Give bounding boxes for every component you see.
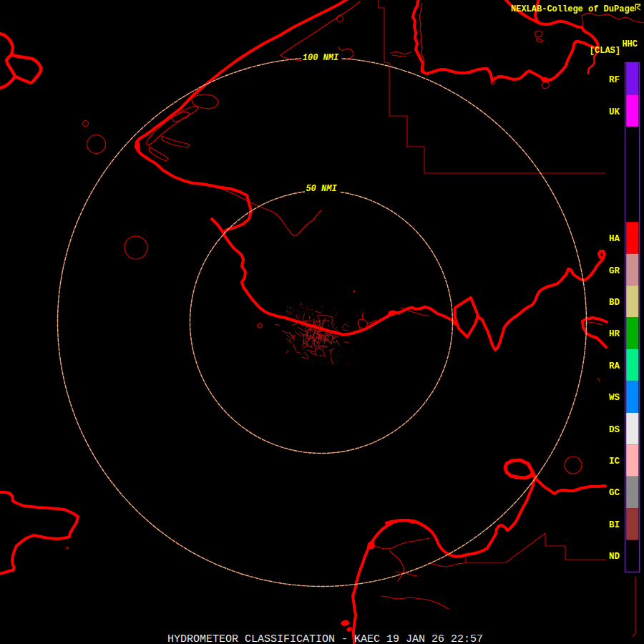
svg-text:50 NMI: 50 NMI [306,184,337,194]
svg-text:RA: RA [609,361,620,371]
svg-text:UK: UK [609,107,620,117]
svg-text:DS: DS [609,425,620,435]
svg-text:WS: WS [609,393,620,403]
svg-text:BI: BI [609,520,620,530]
svg-text:BD: BD [609,298,620,308]
svg-text:[CLAS]: [CLAS] [590,46,620,56]
svg-text:GC: GC [609,488,620,498]
svg-text:NEXLAB-College of DuPage: NEXLAB-College of DuPage [511,4,635,14]
svg-text:HA: HA [609,234,620,244]
svg-text:GR: GR [609,266,620,276]
svg-text:IC: IC [609,457,620,467]
svg-text:100 NMI: 100 NMI [303,53,339,63]
svg-text:HHC: HHC [622,39,638,49]
svg-text:HYDROMETEOR CLASSIFICATION - K: HYDROMETEOR CLASSIFICATION - KAEC 19 JAN… [167,633,483,644]
svg-text:ND: ND [609,552,620,562]
svg-text:RF: RF [609,75,620,85]
svg-text:HR: HR [609,329,620,339]
